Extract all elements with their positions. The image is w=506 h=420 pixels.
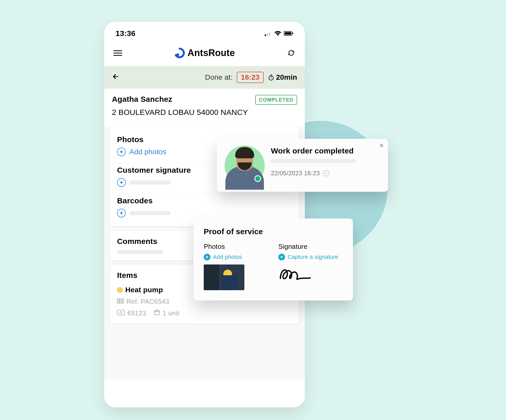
plus-icon: + bbox=[278, 254, 285, 260]
plus-icon: + bbox=[204, 254, 210, 260]
photo-thumbnail[interactable] bbox=[204, 264, 244, 290]
placeholder-bar bbox=[129, 211, 171, 215]
capture-signature-label: Capture a signature bbox=[288, 254, 338, 260]
add-barcode-button[interactable]: + bbox=[117, 209, 292, 217]
phone-frame: 13:36 AntsRoute Done at: 16:23 bbox=[104, 22, 305, 407]
add-photos-button[interactable]: + Add photos bbox=[204, 254, 268, 260]
barcode-icon bbox=[117, 298, 124, 306]
warning-icon: ! bbox=[117, 287, 123, 293]
check-icon: ✓ bbox=[323, 170, 329, 176]
svg-rect-13 bbox=[120, 298, 120, 304]
app-header: AntsRoute bbox=[104, 42, 305, 66]
box-icon bbox=[154, 309, 160, 317]
proof-title: Proof of service bbox=[204, 227, 343, 236]
svg-rect-19 bbox=[154, 311, 159, 315]
status-bar: 13:36 bbox=[104, 22, 305, 42]
back-icon[interactable] bbox=[112, 72, 120, 83]
placeholder-bar bbox=[129, 180, 171, 185]
status-badge: COMPLETED bbox=[255, 95, 297, 105]
placeholder-bar bbox=[271, 159, 356, 163]
battery-icon bbox=[284, 29, 294, 38]
svg-rect-12 bbox=[119, 298, 120, 304]
item-units: 1 unit bbox=[163, 309, 179, 317]
svg-rect-10 bbox=[117, 298, 118, 304]
proof-photos-column: Photos + Add photos bbox=[204, 243, 268, 290]
avatar bbox=[225, 145, 265, 186]
svg-point-18 bbox=[120, 312, 122, 314]
online-indicator bbox=[254, 175, 261, 182]
item-ref: Ref. PAC6543 bbox=[126, 298, 169, 306]
barcodes-heading: Barcodes bbox=[117, 196, 292, 205]
svg-rect-15 bbox=[122, 298, 122, 304]
placeholder-bar bbox=[117, 250, 163, 254]
svg-rect-5 bbox=[285, 32, 291, 35]
brand-name: AntsRoute bbox=[188, 48, 235, 58]
svg-rect-16 bbox=[123, 298, 123, 304]
proof-signature-column: Signature + Capture a signature bbox=[278, 243, 343, 290]
close-icon[interactable]: ✕ bbox=[379, 142, 384, 149]
toast-work-order-completed: ✕ Work order completed 22/05/2023 16:23 … bbox=[217, 139, 388, 192]
proof-signature-heading: Signature bbox=[278, 243, 343, 251]
svg-rect-17 bbox=[117, 310, 125, 315]
capture-signature-button[interactable]: + Capture a signature bbox=[278, 254, 343, 260]
plus-icon: + bbox=[117, 209, 126, 217]
customer-name: Agatha Sanchez bbox=[112, 95, 172, 104]
done-time: 16:23 bbox=[237, 72, 264, 83]
svg-rect-6 bbox=[292, 33, 293, 34]
svg-point-7 bbox=[176, 53, 179, 57]
barcodes-section: Barcodes + bbox=[117, 194, 292, 218]
proof-photos-heading: Photos bbox=[204, 243, 268, 251]
signal-icon bbox=[265, 29, 272, 38]
brand-logo: AntsRoute bbox=[174, 48, 235, 58]
svg-point-8 bbox=[269, 76, 273, 80]
add-photos-label: Add photos bbox=[129, 148, 166, 156]
menu-icon[interactable] bbox=[113, 50, 122, 56]
duration-display: 20min bbox=[268, 73, 297, 81]
customer-address: 2 BOULEVARD LOBAU 54000 NANCY bbox=[104, 108, 305, 122]
wifi-icon bbox=[274, 29, 281, 38]
toast-timestamp: 22/05/2023 16:23 bbox=[271, 170, 320, 177]
svg-rect-1 bbox=[267, 33, 268, 36]
signature-image bbox=[278, 266, 312, 282]
refresh-icon[interactable] bbox=[287, 49, 296, 57]
done-bar: Done at: 16:23 20min bbox=[104, 66, 305, 89]
proof-of-service-card: Proof of service Photos + Add photos Sig… bbox=[193, 218, 353, 300]
svg-rect-0 bbox=[265, 34, 266, 36]
status-time: 13:36 bbox=[116, 29, 136, 38]
svg-rect-9 bbox=[271, 75, 272, 75]
item-price: €8123 bbox=[127, 309, 146, 317]
toast-title: Work order completed bbox=[271, 147, 380, 155]
plus-icon: + bbox=[117, 178, 126, 187]
svg-rect-14 bbox=[121, 298, 121, 304]
add-photos-label: Add photos bbox=[213, 254, 242, 260]
svg-rect-11 bbox=[118, 298, 118, 304]
item-name: Heat pump bbox=[125, 286, 163, 294]
duration-value: 20min bbox=[276, 73, 297, 81]
money-icon bbox=[117, 309, 125, 317]
svg-rect-2 bbox=[269, 32, 270, 36]
plus-icon: + bbox=[117, 148, 126, 156]
done-label: Done at: bbox=[205, 73, 233, 81]
